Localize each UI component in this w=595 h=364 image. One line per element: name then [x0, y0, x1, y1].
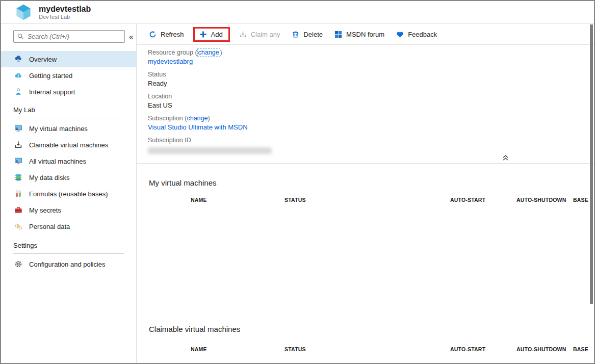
- location-value: East US: [148, 101, 594, 110]
- column-status: STATUS: [284, 197, 306, 203]
- sidebar-item-label: Formulas (reusable bases): [29, 190, 108, 198]
- subscription-link[interactable]: Visual Studio Ultimate with MSDN: [148, 123, 248, 131]
- trash-icon: [292, 31, 299, 38]
- subscription-id-redacted-value: [148, 147, 272, 154]
- claim-any-button[interactable]: Claim any: [239, 31, 280, 38]
- person-icon: [14, 88, 22, 96]
- status-property: Status Ready: [148, 70, 594, 88]
- sidebar-item-my-virtual-machines[interactable]: My virtual machines: [1, 120, 136, 137]
- column-auto-start: AUTO-START: [450, 346, 485, 352]
- column-status: STATUS: [284, 346, 306, 352]
- feedback-button[interactable]: Feedback: [396, 31, 437, 38]
- status-value: Ready: [148, 79, 594, 88]
- sidebar-item-all-virtual-machines[interactable]: All virtual machines: [1, 153, 136, 169]
- msdn-forum-button[interactable]: MSDN forum: [334, 31, 384, 38]
- column-base: BASE: [573, 346, 588, 352]
- my-vms-table-header: NAME STATUS AUTO-START AUTO-SHUTDOWN BAS…: [137, 197, 594, 203]
- column-name: NAME: [191, 346, 207, 352]
- my-vms-heading: My virtual machines: [137, 178, 594, 188]
- column-base: BASE: [573, 197, 588, 203]
- subscription-property: Subscription (change) Visual Studio Ulti…: [148, 114, 594, 132]
- sidebar-item-personal-data[interactable]: Personal data: [1, 218, 136, 235]
- plus-icon: [199, 31, 207, 38]
- resource-group-property: Resource group (change) mydevtestlabrg: [148, 48, 594, 66]
- refresh-button[interactable]: Refresh: [149, 31, 184, 38]
- devtest-lab-icon: [16, 4, 31, 20]
- app-window: mydevtestlab DevTest Lab «: [0, 0, 595, 364]
- sidebar-item-label: Overview: [29, 56, 57, 63]
- claim-download-icon: [239, 31, 247, 38]
- column-auto-shutdown: AUTO-SHUTDOWN: [516, 346, 566, 352]
- sidebar-item-label: My data disks: [29, 174, 69, 181]
- claimable-vms-heading: Claimable virtual machines: [137, 324, 594, 334]
- sidebar-item-claimable-virtual-machines[interactable]: Claimable virtual machines: [1, 137, 136, 153]
- sidebar-item-formulas[interactable]: Formulas (reusable bases): [1, 186, 136, 202]
- secrets-toolbox-icon: [14, 206, 22, 214]
- search-input[interactable]: [28, 33, 121, 40]
- gears-icon: [14, 222, 22, 230]
- sidebar-item-label: My secrets: [29, 206, 61, 214]
- sidebar-collapse-button[interactable]: «: [129, 33, 133, 40]
- resource-group-change-link[interactable]: change: [197, 48, 220, 57]
- subscription-id-property: Subscription ID: [148, 136, 594, 154]
- add-button[interactable]: Add: [199, 31, 223, 38]
- page-header: mydevtestlab DevTest Lab: [1, 1, 594, 24]
- column-auto-shutdown: AUTO-SHUTDOWN: [516, 197, 566, 203]
- claimable-virtual-machines-section: Claimable virtual machines NAME STATUS A…: [137, 324, 594, 353]
- sidebar-item-label: Getting started: [29, 72, 72, 80]
- search-icon: [17, 33, 24, 40]
- data-disks-icon: [14, 173, 22, 181]
- overview-properties: Resource group (change) mydevtestlabrg S…: [137, 45, 594, 154]
- heart-icon: [396, 31, 404, 38]
- sidebar-item-getting-started[interactable]: Getting started: [1, 67, 136, 84]
- vm-monitor-icon: [14, 124, 22, 133]
- msdn-squares-icon: [334, 31, 342, 38]
- main-panel: Refresh Add Claim any: [137, 24, 594, 363]
- overview-icon: [14, 55, 22, 63]
- sidebar-item-label: My virtual machines: [29, 125, 88, 133]
- command-bar: Refresh Add Claim any: [137, 24, 594, 45]
- sidebar-item-overview[interactable]: Overview: [1, 51, 136, 67]
- gear-icon: [14, 260, 22, 268]
- sidebar-item-my-secrets[interactable]: My secrets: [1, 202, 136, 218]
- page-subtitle: DevTest Lab: [39, 14, 91, 20]
- claim-download-icon: [14, 141, 22, 149]
- resource-group-link[interactable]: mydevtestlabrg: [148, 58, 193, 65]
- vm-monitor-icon: [14, 157, 22, 165]
- collapse-essentials-chevron[interactable]: [502, 154, 509, 162]
- sidebar-item-my-data-disks[interactable]: My data disks: [1, 169, 136, 186]
- subscription-change-link[interactable]: change: [187, 115, 208, 122]
- sidebar-section-my-lab: My Lab: [13, 106, 124, 118]
- location-property: Location East US: [148, 92, 594, 110]
- sidebar-item-configuration-and-policies[interactable]: Configuration and policies: [1, 256, 136, 272]
- column-auto-start: AUTO-START: [450, 197, 485, 203]
- sidebar-nav: Overview Getting started Internal suppor…: [1, 51, 136, 272]
- search-box: [13, 30, 125, 43]
- page-title: mydevtestlab: [39, 5, 91, 14]
- sidebar-item-label: Configuration and policies: [29, 261, 106, 268]
- sidebar-item-label: Personal data: [29, 223, 70, 230]
- sidebar: « Overview Getting started: [1, 24, 137, 363]
- claimable-vms-table-header: NAME STATUS AUTO-START AUTO-SHUTDOWN BAS…: [137, 346, 594, 353]
- my-virtual-machines-section: My virtual machines NAME STATUS AUTO-STA…: [137, 163, 594, 203]
- page-titles: mydevtestlab DevTest Lab: [39, 5, 91, 20]
- vertical-scrollbar[interactable]: [590, 24, 593, 304]
- cloud-lightning-icon: [14, 71, 22, 80]
- sidebar-item-label: Claimable virtual machines: [29, 141, 108, 149]
- column-name: NAME: [191, 197, 207, 203]
- sidebar-section-settings: Settings: [13, 242, 124, 254]
- add-button-annotation: Add: [193, 27, 230, 42]
- refresh-icon: [149, 31, 157, 38]
- sidebar-item-label: Internal support: [29, 88, 75, 96]
- test-tubes-icon: [14, 190, 22, 198]
- delete-button[interactable]: Delete: [292, 31, 323, 38]
- sidebar-item-label: All virtual machines: [29, 158, 86, 165]
- sidebar-item-internal-support[interactable]: Internal support: [1, 84, 136, 100]
